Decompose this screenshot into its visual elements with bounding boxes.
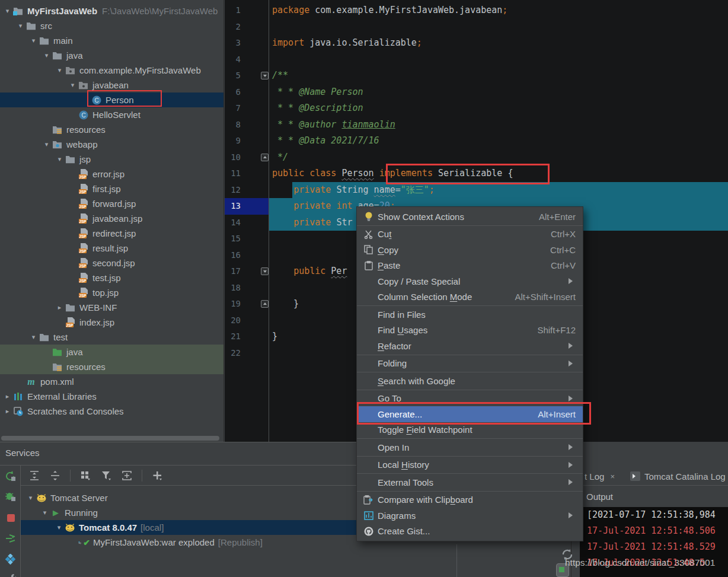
line-number[interactable]: 9 (225, 133, 241, 149)
line-number[interactable]: 13 (225, 198, 241, 215)
menu-item-column-selection-mode[interactable]: Column Selection ModeAlt+Shift+Insert (357, 289, 583, 305)
line-number[interactable]: 21 (225, 329, 241, 345)
close-icon[interactable]: × (610, 472, 615, 481)
menu-item-compare-with-clipboard[interactable]: Compare with Clipboard (357, 492, 583, 508)
chevron-down-icon[interactable]: ▾ (68, 81, 78, 89)
tree-item-top-jsp[interactable]: JSPtop.jsp (0, 285, 223, 300)
debug-server-button[interactable] (4, 490, 17, 503)
line-number[interactable]: 19 (225, 296, 241, 313)
line-number[interactable]: 17 (225, 263, 241, 280)
tree-item-jsp[interactable]: ▾jsp (0, 152, 223, 167)
menu-item-copy-paste-special[interactable]: Copy / Paste Special (357, 273, 583, 289)
menu-item-create-gist[interactable]: Create Gist... (357, 524, 583, 540)
expand-all-button[interactable] (27, 468, 42, 483)
wrench-button[interactable] (4, 572, 17, 577)
fold-marker-icon[interactable] (261, 72, 269, 79)
line-number[interactable]: 18 (225, 280, 241, 297)
chevron-down-icon[interactable]: ▾ (41, 141, 52, 148)
tree-item-com-example-myfirstjavaweb[interactable]: ▾com.example.MyFirstJavaWeb (0, 63, 223, 78)
tab-tomcat-localhost-log[interactable]: t Log × (585, 471, 615, 482)
tree-item-web-inf[interactable]: ▸WEB-INF (0, 300, 223, 315)
line-number[interactable]: 11 (225, 165, 241, 182)
add-button[interactable] (149, 468, 165, 483)
rerun-server-button[interactable] (4, 470, 17, 483)
collapse-all-button[interactable] (47, 468, 63, 483)
line-number[interactable]: 16 (225, 247, 241, 264)
line-number[interactable]: 3 (225, 35, 241, 52)
fold-marker-icon[interactable] (261, 267, 269, 275)
horizontal-scrollbar[interactable] (1, 436, 219, 441)
filter-button[interactable] (98, 468, 114, 483)
line-number[interactable]: 20 (225, 313, 241, 329)
tree-item-result-jsp[interactable]: JSPresult.jsp (0, 241, 223, 256)
line-number[interactable]: 1 (225, 2, 241, 19)
chevron-down-icon[interactable]: ▾ (15, 22, 25, 30)
add-frame-button[interactable] (119, 468, 135, 483)
tree-item-javabean-jsp[interactable]: JSPjavabean.jsp (0, 211, 223, 226)
line-number[interactable]: 8 (225, 117, 241, 133)
menu-item-find-usages[interactable]: Find UsagesShift+F12 (357, 323, 583, 339)
line-number[interactable]: 12 (225, 182, 241, 199)
menu-item-external-tools[interactable]: External Tools (357, 474, 583, 490)
menu-item-copy[interactable]: CopyCtrl+C (357, 242, 583, 258)
chevron-down-icon[interactable]: ▾ (55, 155, 65, 163)
line-number[interactable]: 7 (225, 100, 241, 117)
fold-marker-icon[interactable] (261, 154, 269, 161)
stop-button[interactable] (4, 511, 17, 524)
line-number[interactable]: 22 (225, 345, 241, 362)
chevron-down-icon[interactable]: ▾ (41, 52, 52, 59)
menu-item-show-context-actions[interactable]: Show Context ActionsAlt+Enter (357, 209, 583, 225)
services-button[interactable] (4, 553, 17, 566)
tree-item-forward-jsp[interactable]: JSPforward.jsp (0, 196, 223, 211)
chevron-right-icon[interactable]: ▸ (2, 393, 12, 400)
tree-item-main[interactable]: ▾main (0, 33, 223, 48)
line-number[interactable]: 5 (225, 68, 241, 84)
line-number[interactable]: 15 (225, 231, 241, 247)
menu-item-open-in[interactable]: Open In (357, 439, 583, 455)
chevron-right-icon[interactable]: ▸ (2, 407, 12, 415)
tree-item-webapp[interactable]: ▾webapp (0, 137, 223, 152)
tree-item-java[interactable]: java (0, 345, 223, 359)
chevron-down-icon[interactable]: ▾ (55, 66, 65, 74)
line-number[interactable]: 6 (225, 84, 241, 101)
group-by-button[interactable] (78, 468, 93, 483)
tree-item-first-jsp[interactable]: JSPfirst.jsp (0, 181, 223, 196)
tree-item-resources[interactable]: resources (0, 122, 223, 137)
menu-item-local-history[interactable]: Local History (357, 457, 583, 473)
tree-item-java[interactable]: ▾java (0, 48, 223, 63)
chevron-down-icon[interactable]: ▾ (40, 509, 50, 517)
tree-item-test[interactable]: ▾test (0, 330, 223, 345)
menu-item-refactor[interactable]: Refactor (357, 338, 583, 354)
tree-item-external-libraries[interactable]: ▸External Libraries (0, 389, 223, 404)
menu-item-find-in-files[interactable]: Find in Files (357, 307, 583, 323)
chevron-down-icon[interactable]: ▾ (2, 7, 12, 15)
line-number[interactable]: 14 (225, 215, 241, 231)
tree-item-test-jsp[interactable]: JSPtest.jsp (0, 270, 223, 285)
chevron-down-icon[interactable]: ▾ (25, 494, 36, 502)
menu-item-search-with-google[interactable]: Search with Google (357, 373, 583, 389)
chevron-right-icon[interactable]: ▸ (55, 304, 65, 311)
chevron-down-icon[interactable]: ▾ (28, 333, 39, 341)
line-number[interactable]: 2 (225, 19, 241, 36)
tree-item-pom-xml[interactable]: mpom.xml (0, 374, 223, 389)
menu-item-cut[interactable]: CutCtrl+X (357, 227, 583, 243)
tree-item-src[interactable]: ▾src (0, 18, 223, 33)
line-number[interactable]: 10 (225, 149, 241, 166)
tree-item-helloservlet[interactable]: CHelloServlet (0, 107, 223, 122)
tree-item-index-jsp[interactable]: JSPindex.jsp (0, 315, 223, 330)
menu-item-folding[interactable]: Folding (357, 356, 583, 372)
line-number[interactable]: 4 (225, 52, 241, 68)
tree-item-error-jsp[interactable]: JSPerror.jsp (0, 167, 223, 181)
fold-marker-icon[interactable] (261, 300, 269, 308)
deploy-button[interactable] (4, 532, 17, 545)
menu-item-paste[interactable]: PasteCtrl+V (357, 258, 583, 274)
tree-item-resources[interactable]: resources (0, 359, 223, 374)
tree-item-second-jsp[interactable]: JSPsecond.jsp (0, 256, 223, 270)
tree-item-scratches-and-consoles[interactable]: ▸Scratches and Consoles (0, 404, 223, 419)
tree-item-myfirstjavaweb[interactable]: ▾MyFirstJavaWebF:\JavaWeb\MyFirstJavaWeb (0, 4, 223, 18)
chevron-down-icon[interactable]: ▾ (54, 524, 64, 531)
tab-tomcat-catalina-log[interactable]: Tomcat Catalina Log (630, 471, 726, 482)
tree-item-redirect-jsp[interactable]: JSPredirect.jsp (0, 226, 223, 241)
chevron-down-icon[interactable]: ▾ (28, 37, 39, 44)
menu-item-diagrams[interactable]: Diagrams (357, 508, 583, 524)
